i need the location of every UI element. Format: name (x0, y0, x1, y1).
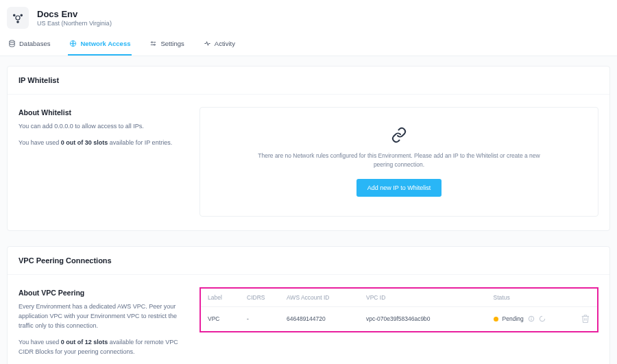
empty-state-text: There are no Network rules configured fo… (248, 151, 550, 169)
vpc-peering-card: VPC Peering Connections About VPC Peerin… (7, 246, 610, 365)
tab-bar: Databases Network Access Settings Activi… (0, 34, 617, 56)
tab-label: Settings (160, 40, 184, 47)
cell-account: 646489144720 (280, 306, 359, 332)
svg-point-1 (14, 14, 15, 16)
about-text: You can add 0.0.0.0 to allow access to a… (19, 122, 183, 132)
svg-point-4 (10, 40, 14, 43)
vpc-highlighted-region: Label CIDRS AWS Account ID VPC ID Status… (200, 288, 598, 332)
svg-point-2 (21, 14, 22, 16)
status-text: Pending (503, 315, 524, 322)
svg-point-9 (154, 44, 156, 45)
tab-label: Network Access (80, 40, 130, 47)
tab-activity[interactable]: Activity (202, 34, 237, 56)
env-logo-icon (7, 7, 29, 29)
vpc-table-container: Label CIDRS AWS Account ID VPC ID Status… (199, 287, 598, 333)
network-icon (69, 40, 77, 47)
add-ip-button[interactable]: Add new IP to Whitelist (356, 179, 441, 197)
table-row[interactable]: VPC - 646489144720 vpc-070e39f58346ac9b0… (200, 306, 598, 332)
cell-vpcid: vpc-070e39f58346ac9b0 (359, 306, 487, 332)
cell-status: Pending (487, 306, 574, 332)
col-label: Label (200, 288, 240, 307)
cell-label: VPC (200, 306, 240, 332)
whitelist-empty-panel: There are no Network rules configured fo… (199, 107, 598, 217)
env-header: Docs Env US East (Northern Virginia) (0, 0, 617, 34)
info-icon[interactable] (528, 315, 535, 322)
ip-whitelist-card: IP Whitelist About Whitelist You can add… (7, 66, 610, 231)
card-title: IP Whitelist (8, 66, 609, 95)
activity-icon (204, 40, 211, 47)
link-icon (391, 127, 407, 145)
tab-network-access[interactable]: Network Access (68, 34, 132, 56)
delete-icon[interactable] (581, 317, 590, 324)
col-vpcid: VPC ID (359, 288, 487, 307)
table-header-row: Label CIDRS AWS Account ID VPC ID Status (200, 288, 598, 307)
about-heading: About VPC Peering (19, 287, 183, 298)
col-cidrs: CIDRS (240, 288, 280, 307)
spinner-icon (539, 315, 546, 322)
col-status: Status (487, 288, 574, 307)
settings-icon (149, 40, 157, 47)
about-text: Every Environment has a dedicated AWS VP… (19, 302, 183, 331)
svg-point-0 (16, 16, 20, 20)
tab-databases[interactable]: Databases (7, 34, 51, 56)
env-name: Docs Env (37, 9, 112, 19)
tab-label: Activity (215, 40, 235, 47)
col-account: AWS Account ID (280, 288, 359, 307)
status-dot-icon (494, 317, 498, 321)
env-region: US East (Northern Virginia) (37, 20, 112, 27)
vpc-slots-text: You have used 0 out of 12 slots availabl… (19, 338, 183, 357)
tab-label: Databases (19, 40, 50, 47)
vpc-about: About VPC Peering Every Environment has … (19, 287, 183, 365)
database-icon (8, 40, 16, 47)
about-heading: About Whitelist (19, 107, 183, 118)
vpc-table: Label CIDRS AWS Account ID VPC ID Status… (199, 287, 598, 333)
whitelist-about: About Whitelist You can add 0.0.0.0 to a… (19, 107, 183, 217)
cell-cidrs: - (240, 306, 280, 332)
card-title: VPC Peering Connections (8, 247, 609, 275)
tab-settings[interactable]: Settings (148, 34, 185, 56)
about-slots-text: You have used 0 out of 30 slots availabl… (19, 138, 183, 148)
svg-point-6 (152, 42, 153, 43)
svg-point-3 (17, 21, 19, 23)
